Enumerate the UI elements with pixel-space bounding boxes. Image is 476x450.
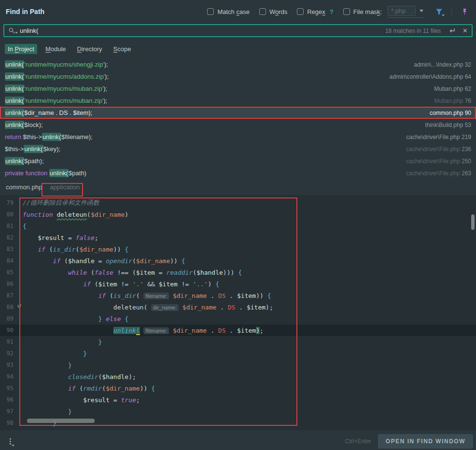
code-text: { [23,223,27,230]
result-file-path: cache\driver\File.php 236 [406,146,471,153]
scope-module[interactable]: Module [42,44,69,54]
code-line[interactable]: 89} else { [0,313,476,324]
regex-help-icon[interactable]: ? [330,8,334,15]
result-file-path: Muban.php 76 [434,98,471,104]
chevron-down-icon[interactable] [420,10,423,12]
shortcut-hint: Ctrl+Enter [345,438,371,445]
result-row[interactable]: unlink('runtime/myucms/muban.zip');Muban… [0,95,476,107]
file-mask-option[interactable]: File mask: [343,8,382,15]
code-line[interactable]: 97} [0,406,476,417]
code-text: } [23,408,72,415]
result-file-path: cache\driver\File.php 219 [406,134,471,141]
result-code: unlink('runtime/myucms/muban.zip'); [5,85,107,92]
result-row[interactable]: unlink('runtime/myucms/addons.zip');admi… [0,70,476,83]
result-code: private function unlink($path) [5,169,86,177]
result-row[interactable]: unlink($lock);think\Build.php 53 [0,119,476,131]
code-text: } [23,338,102,346]
results-list: unlink('runtime/myucms/shengji.zip');adm… [0,58,476,179]
search-icon[interactable] [8,27,18,35]
line-number: 94 [0,373,19,380]
file-mask-value[interactable]: *.php [388,6,416,16]
search-field[interactable]: unlink( 18 matches in 11 files ✕ [3,24,473,37]
scope-directory[interactable]: Directory [74,44,105,54]
result-code: return $this->unlink($filename); [5,133,93,141]
regex-option[interactable]: Regex ? [297,8,334,15]
chevron-down-icon [15,32,18,34]
file-mask-label: File mask: [353,8,382,15]
result-code: unlink($path); [5,157,44,165]
overflow-menu-icon[interactable]: ⋮ [7,437,15,446]
code-text: if (is_dir($dir_name)) { [23,246,128,253]
result-row[interactable]: unlink($dir_name . DS . $item);common.ph… [0,107,476,119]
words-option[interactable]: Words [259,8,287,15]
result-code: unlink('runtime/myucms/addons.zip'); [5,73,109,80]
result-code: $this->unlink($key); [5,145,60,153]
line-number: 86 [0,281,19,287]
open-in-find-window-button[interactable]: OPEN IN FIND WINDOW [378,434,473,449]
file-mask-checkbox[interactable] [343,8,350,15]
code-text: $result = true; [23,396,140,404]
result-row[interactable]: unlink($path);cache\driver\File.php 250 [0,155,476,167]
code-text: } else { [23,315,128,323]
line-number: 82 [0,234,19,241]
code-line[interactable]: 80function deleteun($dir_name) [0,209,476,220]
scope-scope[interactable]: Scope [111,44,134,54]
result-row[interactable]: unlink('runtime/myucms/muban.zip');Muban… [0,83,476,95]
line-number: 88 [0,304,19,310]
search-input[interactable]: unlink( [20,27,38,34]
code-text: function deleteun($dir_name) [23,211,128,218]
chevron-down-icon [442,14,445,16]
code-line[interactable]: 86if ($item != '.' && $item != '..') { [0,278,476,290]
result-row[interactable]: unlink('runtime/myucms/shengji.zip');adm… [0,58,476,70]
code-line[interactable]: 92} [0,348,476,359]
code-line[interactable]: 93} [0,359,476,371]
code-line[interactable]: 81{ [0,220,476,232]
code-line[interactable]: 94closedir($handle); [0,371,476,382]
tab-application[interactable]: application [50,183,80,191]
code-line[interactable]: 79//循环删除目录和文件函数 [0,197,476,209]
words-checkbox[interactable] [259,8,266,15]
result-row[interactable]: return $this->unlink($filename);cache\dr… [0,131,476,143]
pin-button[interactable] [459,6,470,17]
preview-tabs: common.php application [0,179,476,195]
code-line[interactable]: 91} [0,336,476,348]
result-code: unlink('runtime/myucms/shengji.zip'); [5,61,108,68]
line-number: 83 [0,246,19,253]
code-line[interactable]: 85while (false !== ($item = readdir($han… [0,267,476,278]
code-line[interactable]: 84if ($handle = opendir($dir_name)) { [0,255,476,267]
filter-button[interactable] [433,6,445,17]
line-number: 87 [0,292,19,299]
line-number: 95 [0,385,19,392]
enter-icon[interactable] [448,28,456,34]
result-code: unlink($dir_name . DS . $item); [5,109,92,116]
code-text: closedir($handle); [23,373,136,380]
code-line[interactable]: 96$result = true; [0,394,476,406]
line-number: 91 [0,338,19,345]
code-line[interactable]: 87if (is_dir( filename: $dir_name . DS .… [0,290,476,301]
code-text: } [23,362,72,369]
line-number: 85 [0,269,19,276]
code-lines: 79//循环删除目录和文件函数80function deleteun($dir_… [0,197,476,429]
line-number: 81 [0,223,19,229]
regex-checkbox[interactable] [297,8,304,15]
code-preview: 79//循环删除目录和文件函数80function deleteun($dir_… [0,195,476,430]
code-line[interactable]: 90unlink( filename: $dir_name . DS . $it… [0,324,476,336]
code-line[interactable]: 88↺deleteun( dir_name: $dir_name . DS . … [0,301,476,313]
match-case-checkbox[interactable] [207,8,214,15]
close-icon[interactable]: ✕ [462,27,468,34]
vertical-scrollbar[interactable] [471,214,475,230]
tab-common-php[interactable]: common.php [6,183,42,191]
code-line[interactable]: 82$result = false; [0,232,476,243]
file-mask-combo[interactable]: *.php [388,6,423,18]
horizontal-scrollbar[interactable] [27,419,95,423]
match-case-option[interactable]: Match case [207,8,249,15]
line-number: 97 [0,408,19,415]
result-row[interactable]: $this->unlink($key);cache\driver\File.ph… [0,143,476,155]
scope-in-project[interactable]: In Project [5,44,37,54]
result-row[interactable]: private function unlink($path)cache\driv… [0,167,476,179]
code-text: while (false !== ($item = readdir($handl… [23,269,242,276]
code-line[interactable]: 83if (is_dir($dir_name)) { [0,243,476,255]
result-file-path: cache\driver\File.php 250 [406,158,471,165]
code-line[interactable]: 95if (rmdir($dir_name)) { [0,382,476,394]
result-file-path: Muban.php 62 [434,85,471,92]
